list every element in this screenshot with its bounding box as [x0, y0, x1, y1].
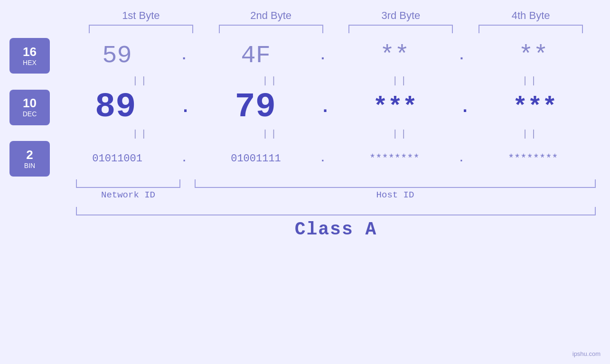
bracket-spacer1 [180, 179, 195, 200]
hex-b3-value: ** [380, 42, 409, 70]
dec-values: 89 . 79 . *** . *** [50, 88, 596, 127]
eq8: || [479, 127, 583, 141]
hex-badge-num: 16 [23, 46, 37, 58]
bin-b2-value: 01001111 [231, 153, 281, 165]
bin-badge-num: 2 [26, 149, 33, 161]
dec-badge-label: DEC [23, 110, 37, 118]
hex-b2-value: 4F [241, 42, 271, 70]
bracket-b1 [89, 25, 193, 33]
hex-dot2: . [319, 48, 327, 63]
eq1: || [89, 74, 193, 88]
hex-b4-cell: ** [481, 42, 586, 70]
hex-badge: 16 HEX [9, 38, 50, 74]
bin-badge: 2 BIN [9, 141, 50, 177]
bin-dot2: . [319, 153, 326, 165]
sep-dec-bin: || || || || [0, 127, 610, 141]
bracket-b2 [219, 25, 323, 33]
bracket-b3 [348, 25, 453, 33]
dec-badge-num: 10 [23, 97, 37, 109]
network-id-bracket-area: Network ID [76, 179, 180, 200]
dec-b2-value: 79 [235, 88, 276, 127]
main-container: 1st Byte 2nd Byte 3rd Byte 4th Byte 16 H… [0, 0, 610, 364]
byte-headers: 1st Byte 2nd Byte 3rd Byte 4th Byte [0, 9, 610, 22]
hex-dot3: . [458, 48, 466, 63]
bottom-section: Class A [0, 207, 610, 240]
dec-dot3: . [460, 98, 470, 117]
host-id-label: Host ID [195, 190, 596, 200]
host-id-bracket-area: Host ID [195, 179, 596, 200]
host-id-bracket [195, 179, 596, 188]
bin-row: 2 BIN 01011001 . 01001111 . ******** . *… [0, 141, 610, 177]
class-bracket [76, 207, 596, 215]
dec-dot2: . [320, 98, 330, 117]
bin-b1-value: 01011001 [92, 153, 142, 165]
hex-row: 16 HEX 59 . 4F . ** . ** [0, 38, 610, 74]
hex-b1-cell: 59 [65, 42, 169, 70]
network-id-bracket [76, 179, 180, 188]
bin-badge-label: BIN [24, 162, 35, 169]
eq5: || [89, 127, 193, 141]
eq7: || [348, 127, 453, 141]
dec-b4-cell: *** [483, 93, 587, 121]
dec-b2-cell: 79 [203, 88, 308, 127]
eq4: || [479, 74, 583, 88]
dec-b1-value: 89 [95, 88, 136, 127]
eq6: || [219, 127, 323, 141]
eq2: || [219, 74, 323, 88]
class-label: Class A [76, 219, 596, 240]
dec-dot1: . [180, 98, 191, 117]
bottom-bracket-area: Network ID Host ID [0, 179, 610, 200]
dec-row: 10 DEC 89 . 79 . *** . *** [0, 88, 610, 127]
byte1-header: 1st Byte [89, 9, 193, 22]
network-id-label: Network ID [76, 190, 180, 200]
hex-b3-cell: ** [342, 42, 447, 70]
dec-b1-cell: 89 [63, 88, 168, 127]
dec-b3-value: *** [373, 93, 417, 121]
top-brackets [0, 25, 610, 33]
bin-b2-cell: 01001111 [204, 153, 308, 165]
hex-b1-value: 59 [102, 42, 131, 70]
byte4-header: 4th Byte [479, 9, 583, 22]
sep-hex-dec: || || || || [0, 74, 610, 88]
hex-dot1: . [180, 48, 188, 63]
watermark: ipshu.com [572, 350, 601, 357]
byte2-header: 2nd Byte [219, 9, 323, 22]
hex-b4-value: ** [518, 42, 548, 70]
bin-b4-cell: ******** [481, 153, 585, 165]
dec-b4-value: *** [513, 93, 557, 121]
bin-values: 01011001 . 01001111 . ******** . *******… [50, 153, 596, 165]
eq3: || [348, 74, 453, 88]
bin-b3-value: ******** [369, 153, 420, 165]
bin-dot3: . [458, 153, 464, 165]
hex-values: 59 . 4F . ** . ** [50, 42, 596, 70]
dec-b3-cell: *** [343, 93, 447, 121]
bin-b1-cell: 01011001 [65, 153, 169, 165]
bin-b3-cell: ******** [342, 153, 447, 165]
bin-b4-value: ******** [508, 153, 558, 165]
bracket-b4 [479, 25, 583, 33]
hex-badge-label: HEX [23, 59, 37, 66]
dec-badge: 10 DEC [9, 90, 50, 125]
bin-dot1: . [181, 153, 187, 165]
hex-b2-cell: 4F [204, 42, 308, 70]
byte3-header: 3rd Byte [348, 9, 453, 22]
